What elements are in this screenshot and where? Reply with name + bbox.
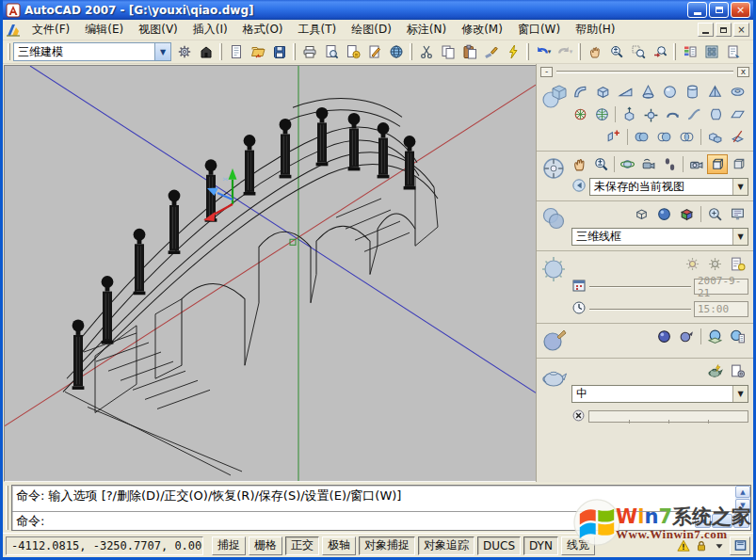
coordinate-readout[interactable]: -4112.0815, -3250.7707, 0.0000 bbox=[6, 536, 203, 555]
toolbar-grip[interactable] bbox=[8, 43, 10, 60]
dropdown-arrow-icon[interactable]: ▼ bbox=[732, 229, 748, 245]
dropdown-arrow-icon[interactable]: ▼ bbox=[154, 43, 170, 60]
menu-dimension[interactable]: 标注(N) bbox=[399, 21, 454, 38]
copy-button[interactable] bbox=[437, 42, 458, 62]
extrude-button[interactable] bbox=[619, 104, 639, 124]
calendar-value[interactable]: 2007-9-21 bbox=[694, 279, 748, 295]
status-toggle-栅格[interactable]: 栅格 bbox=[249, 536, 282, 555]
map-info-button[interactable] bbox=[727, 327, 748, 346]
drawing-canvas[interactable] bbox=[4, 65, 536, 482]
status-toggle-对象追踪[interactable]: 对象追踪 bbox=[418, 536, 475, 555]
cut-button[interactable] bbox=[415, 42, 437, 62]
toolbar-grip[interactable] bbox=[219, 43, 222, 60]
publish-button[interactable] bbox=[342, 42, 363, 62]
point-light-button[interactable] bbox=[682, 254, 703, 274]
minimize-button[interactable] bbox=[687, 2, 707, 18]
press-pull-button[interactable] bbox=[640, 104, 661, 124]
plot-preview-button[interactable] bbox=[320, 42, 342, 62]
doc-minimize-button[interactable] bbox=[698, 23, 714, 37]
material-sphere-button[interactable] bbox=[653, 327, 675, 346]
doc-restore-button[interactable] bbox=[716, 23, 732, 37]
menu-window[interactable]: 窗口(W) bbox=[510, 21, 568, 38]
create-camera-button[interactable] bbox=[686, 154, 706, 174]
lock-button[interactable] bbox=[694, 538, 709, 553]
hscroll-thumb[interactable] bbox=[712, 514, 732, 528]
redo-button[interactable]: ▾ bbox=[554, 42, 575, 62]
wedge-button[interactable] bbox=[615, 82, 636, 102]
command-history-text[interactable]: 命令: 输入选项 [?/删除(D)/正交(O)/恢复(R)/保存(S)/设置(E… bbox=[12, 486, 735, 511]
panel-3d-navigate-button[interactable] bbox=[539, 153, 570, 198]
dashboard-close-button[interactable]: x bbox=[737, 67, 749, 77]
workspace-select[interactable]: 三维建模 ▼ bbox=[13, 42, 171, 61]
render-settings-button[interactable] bbox=[727, 361, 748, 381]
scroll-up-icon[interactable]: ▲ bbox=[735, 486, 750, 498]
mesh-sphere-button[interactable] bbox=[591, 104, 612, 124]
clock-value[interactable]: 15:00 bbox=[694, 301, 748, 317]
vs-monitor-button[interactable] bbox=[727, 204, 748, 224]
dashboard-grip[interactable] bbox=[556, 71, 733, 73]
pan-button[interactable] bbox=[584, 42, 605, 62]
tray-arrow-button[interactable] bbox=[712, 538, 727, 553]
menu-insert[interactable]: 插入(I) bbox=[185, 21, 235, 38]
dropdown-arrow-icon[interactable]: ▾ bbox=[570, 48, 573, 56]
dashboard-collapse-button[interactable]: - bbox=[540, 67, 553, 77]
visual-style-select[interactable]: 三维线框▼ bbox=[571, 228, 748, 246]
render-x-button[interactable] bbox=[571, 408, 586, 425]
status-toggle-DYN[interactable]: DYN bbox=[523, 536, 558, 555]
constrained-orbit-button[interactable] bbox=[618, 154, 637, 174]
panel-light-button[interactable] bbox=[539, 253, 570, 320]
new-file-button[interactable] bbox=[225, 42, 247, 62]
clock-button[interactable] bbox=[571, 300, 587, 318]
vs-manager-button[interactable] bbox=[704, 204, 726, 224]
status-toggle-对象捕捉[interactable]: 对象捕捉 bbox=[359, 536, 415, 555]
spot-light-button[interactable] bbox=[704, 254, 726, 274]
union-button[interactable] bbox=[631, 127, 652, 147]
block-editor-button[interactable] bbox=[502, 42, 523, 62]
status-toggle-正交[interactable]: 正交 bbox=[285, 536, 319, 555]
light-list-button[interactable] bbox=[727, 254, 748, 274]
convert-mesh-button[interactable] bbox=[570, 104, 590, 124]
calendar-button[interactable] bbox=[571, 278, 587, 296]
pyramid-button[interactable] bbox=[704, 82, 726, 102]
zoom-window-button[interactable] bbox=[627, 42, 649, 62]
perspective-projection-button[interactable] bbox=[707, 154, 727, 174]
planar-surface-button[interactable] bbox=[728, 104, 748, 124]
parallel-projection-button[interactable] bbox=[729, 154, 748, 174]
panel-materials-button[interactable] bbox=[539, 326, 570, 355]
pan-button[interactable] bbox=[570, 154, 589, 174]
cylinder-button[interactable] bbox=[682, 82, 703, 102]
status-toggle-极轴[interactable]: 极轴 bbox=[322, 536, 356, 555]
match-properties-button[interactable] bbox=[480, 42, 502, 62]
dropdown-arrow-icon[interactable]: ▼ bbox=[732, 179, 748, 195]
zoom-realtime-button[interactable] bbox=[590, 154, 610, 174]
panel-render-button[interactable] bbox=[539, 360, 570, 427]
tool-palettes-button[interactable] bbox=[700, 42, 722, 62]
publish-dwf-button[interactable] bbox=[385, 42, 407, 62]
intersect-button[interactable] bbox=[676, 127, 698, 147]
swivel-button[interactable] bbox=[638, 154, 658, 174]
clean-screen-button[interactable] bbox=[730, 536, 750, 555]
paste-button[interactable] bbox=[458, 42, 480, 62]
toolbar-grip[interactable] bbox=[526, 43, 529, 60]
menu-help[interactable]: 帮助(H) bbox=[568, 21, 622, 38]
convert-to-solid-button[interactable] bbox=[603, 127, 624, 147]
dropdown-arrow-icon[interactable]: ▾ bbox=[548, 48, 552, 56]
plot-button[interactable] bbox=[298, 42, 320, 62]
status-toggle-线宽[interactable]: 线宽 bbox=[561, 536, 595, 555]
material-apply-button[interactable] bbox=[676, 327, 698, 346]
save-button[interactable] bbox=[268, 42, 290, 62]
subtract-button[interactable] bbox=[653, 127, 675, 147]
wireframe-box-button[interactable] bbox=[631, 204, 652, 224]
revolve-button[interactable] bbox=[663, 104, 684, 124]
map-planar-button[interactable] bbox=[704, 327, 726, 346]
warning-button[interactable] bbox=[676, 538, 691, 553]
status-toggle-捕捉[interactable]: 捕捉 bbox=[212, 536, 246, 555]
undo-button[interactable]: ▾ bbox=[532, 42, 554, 62]
interference-button[interactable] bbox=[704, 127, 726, 147]
loft-button[interactable] bbox=[706, 104, 727, 124]
box-button[interactable] bbox=[592, 82, 614, 102]
zoom-realtime-button[interactable] bbox=[605, 42, 627, 62]
realistic-sphere-button[interactable] bbox=[653, 204, 675, 224]
cone-button[interactable] bbox=[637, 82, 659, 102]
command-prompt[interactable]: 命令: bbox=[12, 513, 695, 530]
